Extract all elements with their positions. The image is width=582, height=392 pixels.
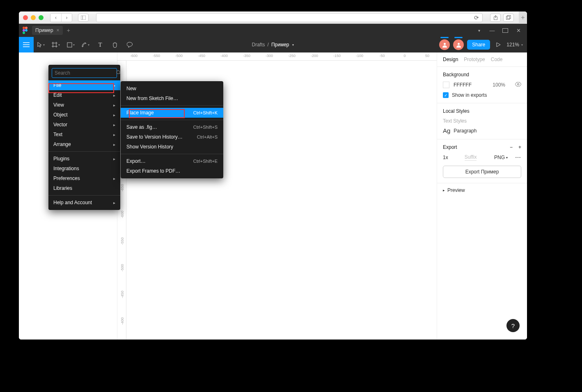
sidebar-toggle-icon[interactable] [78, 14, 89, 22]
tab-design[interactable]: Design [443, 57, 458, 62]
present-icon[interactable] [493, 37, 503, 52]
minimize-icon[interactable]: — [489, 27, 495, 34]
main-menu-dropdown: File Edit View Object Vector Text Arrang… [48, 65, 120, 210]
color-hex[interactable]: FFFFFF [454, 82, 472, 88]
maximize-window-icon[interactable] [39, 15, 44, 20]
move-tool[interactable]: ▾ [34, 37, 48, 52]
tab-prototype[interactable]: Prototype [464, 57, 485, 62]
menu-edit[interactable]: Edit [48, 90, 120, 100]
properties-tabs: Design Prototype Code [437, 52, 527, 67]
menu-file[interactable]: File [48, 80, 120, 90]
menu-search[interactable] [52, 68, 117, 78]
export-button[interactable]: Export Пример [443, 166, 521, 178]
svg-rect-3 [506, 16, 510, 20]
chevron-down-icon[interactable]: ▾ [292, 43, 294, 47]
menu-file-new-sketch[interactable]: New from Sketch File… [121, 93, 223, 103]
menu-file-save-fig[interactable]: Save as .fig…Ctrl+Shift+S [121, 122, 223, 132]
share-button[interactable]: Share [467, 40, 490, 50]
preview-toggle[interactable]: ▸ Preview [437, 183, 527, 197]
share-icon[interactable] [490, 14, 501, 22]
svg-point-8 [25, 29, 27, 32]
file-submenu: New New from Sketch File… Place ImageCtr… [121, 81, 223, 178]
tab-code[interactable]: Code [491, 57, 503, 62]
menu-view[interactable]: View [48, 100, 120, 110]
menu-arrange[interactable]: Arrange [48, 139, 120, 149]
window-controls: ▾ — ✕ [476, 27, 525, 34]
browser-toolbar: ‹ › ⟳ + [19, 11, 527, 24]
menu-file-show-version[interactable]: Show Version History [121, 142, 223, 152]
export-options-icon[interactable]: ⋯ [515, 154, 521, 161]
address-bar[interactable]: ⟳ [96, 13, 483, 22]
export-scale[interactable]: 1x [443, 155, 448, 160]
file-tab[interactable]: Пример × [32, 26, 63, 35]
text-style-row[interactable]: Ag Paragraph [443, 127, 521, 134]
add-export-icon[interactable]: + [518, 144, 521, 150]
visibility-icon[interactable] [515, 82, 521, 88]
breadcrumb[interactable]: Drafts / Пример ▾ [252, 42, 294, 48]
browser-nav-buttons: ‹ › [50, 13, 72, 22]
menu-file-new[interactable]: New [121, 84, 223, 93]
close-icon[interactable]: ✕ [516, 27, 521, 34]
new-tab-button[interactable]: + [519, 11, 527, 24]
close-tab-icon[interactable]: × [57, 27, 60, 33]
breadcrumb-folder: Drafts [252, 42, 265, 48]
minimize-window-icon[interactable] [31, 15, 36, 20]
svg-point-7 [23, 29, 25, 32]
figma-titlebar: Пример × + ▾ — ✕ [19, 24, 527, 37]
zoom-control[interactable]: 121%▾ [506, 42, 523, 48]
menu-object[interactable]: Object [48, 110, 120, 120]
menu-libraries[interactable]: Libraries [48, 183, 120, 193]
color-swatch[interactable] [443, 82, 449, 88]
figma-toolbar: ▾ ▾ ▾ ▾ T Drafts / Пример ▾ [19, 37, 527, 52]
properties-panel: Design Prototype Code Background FFFFFF … [437, 52, 527, 340]
hand-tool[interactable] [108, 37, 122, 52]
search-icon [116, 70, 121, 76]
reload-icon[interactable]: ⟳ [474, 14, 479, 21]
export-suffix[interactable]: Suffix [465, 154, 477, 161]
local-styles-section: Local Styles Text Styles Ag Paragraph [437, 103, 527, 139]
svg-point-11 [444, 43, 446, 45]
browser-right-buttons [490, 14, 514, 22]
text-style-preview-icon: Ag [443, 127, 450, 134]
menu-file-place-image[interactable]: Place ImageCtrl+Shift+K [121, 108, 223, 118]
remove-export-icon[interactable]: − [510, 144, 513, 150]
horizontal-ruler: -600-550-500-450-400-350-300-250-200-150… [117, 52, 437, 61]
menu-help[interactable]: Help and Account [48, 198, 120, 207]
avatar[interactable] [453, 39, 464, 50]
frame-tool[interactable]: ▾ [48, 37, 63, 52]
svg-point-14 [117, 71, 120, 74]
opacity-value[interactable]: 100% [493, 82, 505, 88]
menu-file-export[interactable]: Export…Ctrl+Shift+E [121, 156, 223, 166]
svg-rect-10 [67, 43, 72, 47]
menu-preferences[interactable]: Preferences [48, 173, 120, 183]
chevron-down-icon[interactable]: ▾ [476, 28, 482, 33]
avatar[interactable] [439, 39, 450, 50]
export-format[interactable]: PNG ▾ [494, 155, 508, 160]
close-window-icon[interactable] [23, 15, 28, 20]
show-in-exports-checkbox[interactable]: ✓ [443, 92, 449, 98]
back-button[interactable]: ‹ [50, 14, 61, 22]
menu-file-save-version[interactable]: Save to Version History…Ctrl+Alt+S [121, 132, 223, 142]
menu-file-export-pdf[interactable]: Export Frames to PDF… [121, 166, 223, 176]
menu-search-input[interactable] [55, 70, 116, 76]
new-file-tab-button[interactable]: + [67, 27, 70, 34]
caret-right-icon: ▸ [443, 188, 445, 192]
comment-tool[interactable] [122, 37, 137, 52]
maximize-icon[interactable] [502, 28, 508, 33]
text-tool[interactable]: T [93, 37, 108, 52]
menu-integrations[interactable]: Integrations [48, 164, 120, 173]
toolbar-right: Share 121%▾ [439, 37, 527, 52]
svg-line-15 [119, 73, 121, 75]
menu-plugins[interactable]: Plugins [48, 154, 120, 164]
menu-text[interactable]: Text [48, 130, 120, 139]
file-tab-label: Пример [35, 27, 53, 33]
figma-logo-icon[interactable] [21, 27, 29, 34]
shape-tool[interactable]: ▾ [63, 37, 78, 52]
forward-button[interactable]: › [61, 14, 72, 22]
help-button[interactable]: ? [506, 319, 520, 332]
pen-tool[interactable]: ▾ [78, 37, 93, 52]
main-menu-button[interactable] [19, 37, 34, 52]
tabs-icon[interactable] [503, 14, 514, 22]
background-section: Background FFFFFF 100% ✓ Show in exports [437, 67, 527, 103]
menu-vector[interactable]: Vector [48, 120, 120, 130]
